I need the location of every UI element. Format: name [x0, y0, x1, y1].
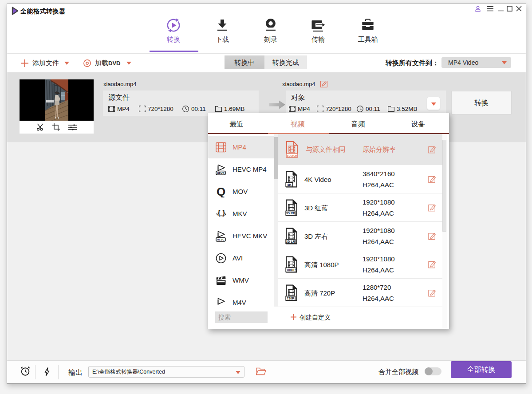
svg-text:3D LR: 3D LR: [286, 240, 295, 243]
svg-text:HEVC: HEVC: [217, 238, 225, 241]
svg-text:3D RB: 3D RB: [286, 212, 295, 215]
svg-text:720P: 720P: [287, 297, 295, 300]
svg-text:4K: 4K: [287, 183, 292, 187]
svg-text:Q: Q: [217, 186, 225, 197]
svg-text:{ }: { }: [218, 209, 225, 217]
svg-text:source: source: [287, 154, 297, 158]
svg-text:1080P: 1080P: [287, 268, 296, 272]
svg-text:HEVC: HEVC: [217, 171, 225, 174]
